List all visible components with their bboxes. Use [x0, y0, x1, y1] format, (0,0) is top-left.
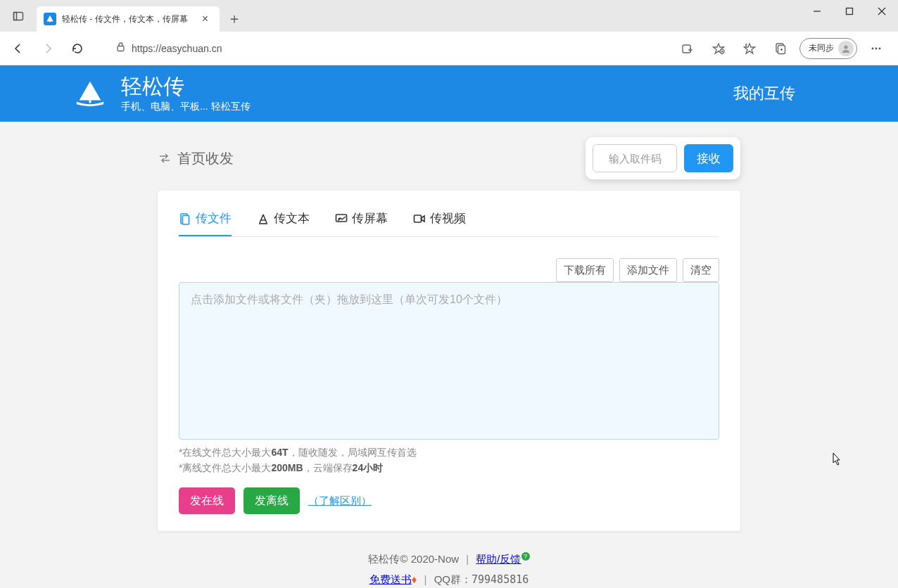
browser-tab-strip: 轻松传 - 传文件，传文本，传屏幕 × ＋ — [0, 0, 898, 32]
note-online: *在线文件总大小最大64T，随收随发，局域网互传首选 — [179, 447, 719, 459]
favorite-icon[interactable] — [707, 37, 731, 60]
browser-tab[interactable]: 轻松传 - 传文件，传文本，传屏幕 × — [37, 6, 220, 32]
help-feedback-link[interactable]: 帮助/反馈 — [476, 553, 521, 565]
cursor-icon — [829, 452, 843, 468]
page-footer: 轻松传© 2020-Now | 帮助/反馈? 免费送书♦ | QQ群：79948… — [158, 531, 740, 588]
tab-actions-icon[interactable] — [6, 4, 31, 29]
dropzone-hint: 点击添加文件或将文件（夹）拖放到这里（单次可发10个文件） — [191, 293, 507, 305]
profile-sync-button[interactable]: 未同步 — [799, 38, 857, 59]
svg-rect-24 — [89, 95, 91, 103]
tab-close-icon[interactable]: × — [198, 13, 213, 25]
download-all-button[interactable]: 下载所有 — [556, 258, 614, 282]
pickup-code-input[interactable] — [593, 144, 677, 172]
back-button[interactable] — [6, 36, 31, 61]
sync-label: 未同步 — [809, 42, 834, 54]
badge-icon: ? — [521, 552, 530, 561]
screen-icon — [335, 212, 348, 225]
svg-rect-0 — [14, 13, 23, 20]
text-icon — [257, 212, 270, 225]
svg-rect-7 — [118, 46, 124, 51]
tab-text[interactable]: 传文本 — [257, 210, 310, 236]
svg-rect-8 — [683, 45, 690, 53]
avatar-icon — [838, 41, 854, 56]
extensions-icon[interactable] — [676, 37, 700, 60]
add-file-button[interactable]: 添加文件 — [619, 258, 677, 282]
reload-button[interactable] — [65, 36, 90, 61]
window-maximize-button[interactable] — [833, 0, 866, 23]
favorites-bar-icon[interactable] — [738, 37, 761, 60]
svg-rect-4 — [847, 8, 853, 15]
note-offline: *离线文件总大小最大200MB，云端保存24小时 — [179, 462, 719, 475]
video-icon — [413, 212, 426, 225]
window-close-button[interactable] — [866, 0, 898, 23]
svg-point-21 — [872, 47, 874, 49]
lock-icon[interactable] — [115, 41, 126, 55]
browser-toolbar: https://easychuan.cn 未同步 — [0, 32, 898, 65]
free-book-link[interactable]: 免费送书 — [369, 573, 412, 585]
site-header: 轻松传 手机、电脑、平板... 轻松互传 我的互传 — [0, 65, 898, 122]
receive-panel: 接收 — [586, 137, 740, 179]
brand-subtitle: 手机、电脑、平板... 轻松互传 — [121, 101, 251, 113]
tab-video[interactable]: 传视频 — [413, 210, 466, 236]
svg-rect-2 — [49, 20, 50, 23]
svg-rect-26 — [183, 215, 189, 224]
svg-point-20 — [844, 45, 847, 49]
fire-icon: ♦ — [412, 573, 417, 585]
send-online-button[interactable]: 发在线 — [179, 487, 235, 514]
svg-point-23 — [879, 47, 881, 49]
clear-button[interactable]: 清空 — [683, 258, 719, 282]
new-tab-button[interactable]: ＋ — [222, 6, 246, 30]
file-icon — [179, 212, 191, 225]
tab-file[interactable]: 传文件 — [179, 210, 232, 236]
favicon-icon — [44, 13, 56, 25]
file-dropzone[interactable]: 点击添加文件或将文件（夹）拖放到这里（单次可发10个文件） — [179, 282, 719, 440]
tab-title: 轻松传 - 传文件，传文本，传屏幕 — [62, 13, 198, 25]
page-title: 首页收发 — [158, 149, 234, 168]
brand-title: 轻松传 — [121, 75, 251, 98]
window-minimize-button[interactable] — [801, 0, 833, 23]
send-offline-button[interactable]: 发离线 — [244, 487, 300, 514]
svg-rect-30 — [415, 215, 422, 222]
svg-point-22 — [875, 47, 878, 49]
logo-icon — [70, 74, 110, 113]
more-icon[interactable] — [864, 37, 888, 60]
learn-difference-link[interactable]: （了解区别） — [308, 494, 372, 508]
qq-group-number: 799485816 — [472, 573, 529, 586]
address-url[interactable]: https://easychuan.cn — [132, 43, 222, 54]
svg-rect-1 — [14, 13, 17, 20]
transfer-icon — [158, 151, 172, 165]
my-transfer-link[interactable]: 我的互传 — [733, 83, 795, 104]
collections-icon[interactable] — [769, 37, 792, 60]
forward-button[interactable] — [35, 36, 61, 61]
receive-button[interactable]: 接收 — [684, 144, 733, 172]
main-card: 传文件 传文本 传屏幕 传视频 下载所有 添加文件 清空 — [158, 191, 740, 531]
tab-screen[interactable]: 传屏幕 — [335, 210, 388, 236]
